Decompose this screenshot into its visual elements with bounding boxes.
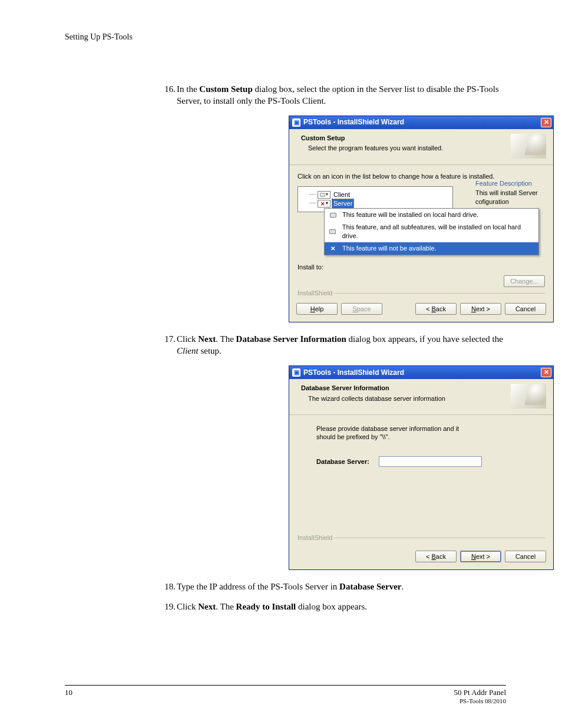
next-button[interactable]: Next > (460, 303, 501, 315)
instruction-text: Please provide database server informati… (316, 424, 470, 442)
dialog-header: Custom Setup Select the program features… (289, 129, 553, 165)
tree-connector: ┈┈ (303, 190, 316, 199)
feature-dropdown-menu: This feature will be installed on local … (324, 208, 539, 255)
feature-description-panel: Feature Description This will install Se… (475, 179, 545, 207)
step-18: 18. Type the IP address of the PS-Tools … (65, 581, 506, 592)
installshield-label: InstallShield (297, 289, 335, 298)
custom-setup-dialog: ▣ PSTools - InstallShield Wizard ✕ Custo… (289, 116, 554, 323)
drive-dropdown-icon[interactable]: ▾ (318, 191, 330, 199)
back-button[interactable]: < Back (415, 551, 457, 562)
database-server-label: Database Server: (316, 457, 375, 466)
dialog-body: Please provide database server informati… (289, 415, 553, 545)
titlebar: ▣ PSTools - InstallShield Wizard ✕ (289, 366, 553, 379)
dialog-body: Click on an icon in the list below to ch… (289, 165, 553, 298)
header-graphic (511, 384, 546, 409)
dialog-subheading: The wizard collects database server info… (301, 394, 511, 403)
step-text: Click Next. The Ready to Install dialog … (177, 602, 367, 611)
titlebar: ▣ PSTools - InstallShield Wizard ✕ (289, 116, 553, 129)
step-number: 18. (161, 581, 176, 592)
installer-icon: ▣ (292, 368, 300, 377)
page-number: 10 (65, 688, 72, 697)
tree-item-client[interactable]: ┈┈ ▾ Client (303, 190, 449, 199)
dialog-header: Database Server Information The wizard c… (289, 379, 553, 415)
menu-item-unavailable[interactable]: ✕ This feature will not be available. (325, 242, 538, 255)
dialog-subheading: Select the program features you want ins… (301, 144, 511, 153)
installshield-separator: InstallShield (297, 293, 545, 294)
tree-label: Client (332, 190, 351, 199)
step-text: Type the IP address of the PS-Tools Serv… (177, 582, 404, 591)
close-icon[interactable]: ✕ (541, 368, 551, 377)
dialog-footer: Help Space < Back Next > Cancel (289, 297, 553, 322)
dialog-footer: < Back Next > Cancel (289, 545, 553, 569)
install-to-label: Install to: (297, 263, 545, 272)
installer-icon: ▣ (292, 118, 300, 127)
change-button: Change... (504, 275, 545, 287)
header-graphic (511, 134, 546, 159)
feature-description-body: This will install Server cofiguration (475, 189, 545, 206)
database-server-row: Database Server: (316, 456, 545, 467)
menu-item-install-all-local[interactable]: This feature, and all subfeatures, will … (325, 221, 538, 242)
installshield-label: InstallShield (297, 533, 335, 542)
step-16: 16. In the Custom Setup dialog box, sele… (65, 83, 506, 322)
back-button[interactable]: < Back (415, 303, 457, 315)
menu-label: This feature will be installed on local … (342, 210, 478, 219)
dialog-heading: Database Server Information (301, 384, 511, 393)
step-17: 17. Click Next. The Database Server Info… (65, 333, 506, 570)
menu-label: This feature, and all subfeatures, will … (342, 223, 535, 241)
tree-item-server[interactable]: ┈┈ ✕▾ Server (303, 199, 449, 208)
page-footer: 10 50 Pt Addr Panel PS-Tools 08/2010 (65, 685, 506, 704)
help-button[interactable]: Help (296, 303, 338, 315)
running-header: Setting Up PS-Tools (65, 32, 506, 42)
window-title: PSTools - InstallShield Wizard (303, 368, 538, 377)
dialog-heading: Custom Setup (301, 134, 511, 143)
database-server-input[interactable] (379, 456, 482, 467)
footer-revision: PS-Tools 08/2010 (454, 697, 506, 704)
step-list: 16. In the Custom Setup dialog box, sele… (65, 83, 506, 612)
feature-description-title: Feature Description (475, 179, 545, 188)
database-server-dialog: ▣ PSTools - InstallShield Wizard ✕ Datab… (289, 365, 554, 570)
drive-icon (328, 212, 338, 219)
footer-product: 50 Pt Addr Panel (454, 688, 506, 697)
step-number: 17. (161, 333, 176, 345)
menu-item-install-local[interactable]: This feature will be installed on local … (325, 209, 538, 221)
window-title: PSTools - InstallShield Wizard (303, 117, 538, 127)
menu-label: This feature will not be available. (342, 244, 437, 253)
feature-tree[interactable]: ┈┈ ▾ Client ┈┈ ✕▾ Server (297, 186, 453, 212)
close-icon[interactable]: ✕ (541, 118, 551, 127)
unavailable-icon: ✕ (328, 245, 338, 252)
step-number: 16. (161, 83, 176, 95)
step-number: 19. (161, 601, 176, 612)
step-text: In the Custom Setup dialog box, select t… (177, 84, 499, 106)
next-button[interactable]: Next > (460, 551, 501, 562)
unavailable-dropdown-icon[interactable]: ✕▾ (318, 200, 330, 207)
tree-connector: ┈┈ (303, 199, 316, 208)
space-button: Space (341, 303, 382, 315)
step-text: Click Next. The Database Server Informat… (177, 334, 503, 355)
cancel-button[interactable]: Cancel (505, 303, 546, 315)
tree-label-selected: Server (332, 199, 353, 208)
step-19: 19. Click Next. The Ready to Install dia… (65, 601, 506, 612)
installshield-separator: InstallShield (297, 538, 545, 538)
drive-all-icon (328, 228, 338, 235)
cancel-button[interactable]: Cancel (505, 551, 546, 562)
